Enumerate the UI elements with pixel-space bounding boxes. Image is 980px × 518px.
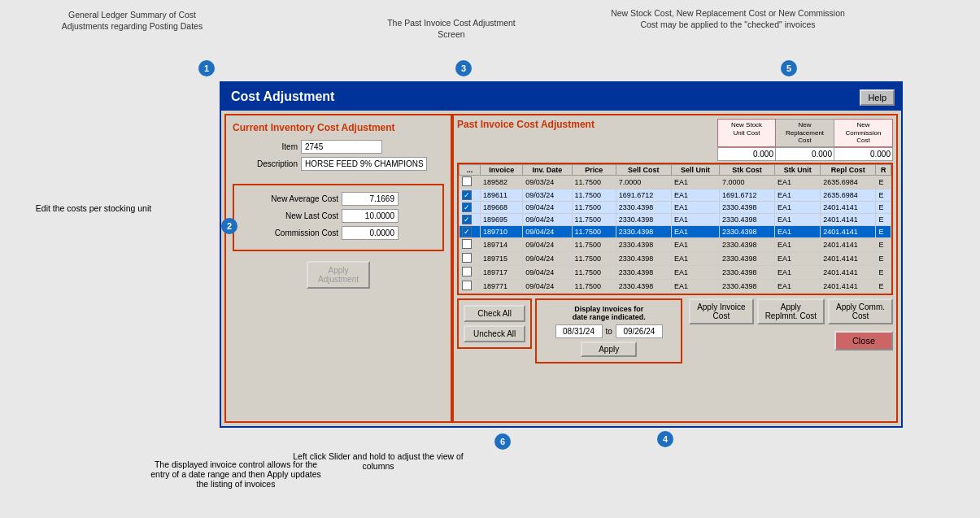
main-window: Cost Adjustment Help Current Inventory C… bbox=[220, 81, 903, 428]
new-repl-input[interactable] bbox=[776, 147, 834, 161]
bubble-3: 3 bbox=[455, 60, 472, 76]
annotation-1: General Ledger Summary of Cost Adjustmen… bbox=[61, 10, 203, 32]
date-from-input[interactable] bbox=[555, 324, 603, 338]
table-row[interactable]: 18971509/04/2411.75002330.4398EA12330.43… bbox=[460, 251, 891, 265]
annotation-6: The displayed invoice control allows for… bbox=[146, 459, 325, 489]
apply-date-button[interactable]: Apply bbox=[581, 342, 637, 357]
help-button[interactable]: Help bbox=[860, 89, 895, 106]
item-label: Item bbox=[233, 142, 298, 151]
row-checkbox[interactable]: ✓ bbox=[462, 190, 472, 200]
col-sell-cost: Sell Cost bbox=[616, 164, 671, 175]
col-stk-cost: Stk Cost bbox=[719, 164, 774, 175]
annotation-5: New Stock Cost, New Replacement Cost or … bbox=[610, 8, 846, 30]
row-checkbox[interactable]: ✓ bbox=[462, 215, 472, 224]
uncheck-all-button[interactable]: Uncheck All bbox=[464, 325, 525, 342]
apply-replmnt-cost-button[interactable]: ApplyReplmnt. Cost bbox=[757, 298, 825, 324]
date-range-title: Display Invoices fordate range indicated… bbox=[542, 305, 676, 321]
check-all-button[interactable]: Check All bbox=[464, 305, 525, 322]
apply-invoice-cost-button[interactable]: Apply InvoiceCost bbox=[689, 298, 753, 324]
apply-adjustment-button[interactable]: ApplyAdjustment bbox=[307, 261, 370, 289]
table-row[interactable]: 18977109/04/2411.75002330.4398EA12330.43… bbox=[460, 279, 891, 293]
row-checkbox[interactable]: ✓ bbox=[462, 202, 472, 212]
action-buttons-group: Apply InvoiceCost ApplyReplmnt. Cost App… bbox=[689, 298, 893, 350]
desc-label: Description bbox=[233, 159, 298, 168]
new-comm-input[interactable] bbox=[834, 147, 893, 161]
row-checkbox[interactable] bbox=[462, 267, 472, 276]
new-comm-header: NewCommissionCost bbox=[834, 119, 893, 147]
right-panel: Past Invoice Cost Adjustment New StockUn… bbox=[452, 114, 898, 423]
date-to-label: to bbox=[606, 327, 612, 336]
col-repl-cost: Repl Cost bbox=[821, 164, 876, 175]
bubble-5: 5 bbox=[781, 60, 797, 76]
item-input[interactable] bbox=[301, 140, 382, 154]
date-range-box: Display Invoices fordate range indicated… bbox=[535, 298, 682, 363]
last-cost-row: New Last Cost bbox=[241, 209, 436, 223]
left-panel: Current Inventory Cost Adjustment Item D… bbox=[224, 114, 452, 423]
last-cost-input[interactable] bbox=[342, 209, 399, 223]
row-checkbox[interactable] bbox=[462, 281, 472, 290]
bubble-4: 4 bbox=[657, 431, 673, 447]
desc-input[interactable] bbox=[301, 157, 427, 171]
annotation-2: Edit the costs per stocking unit bbox=[16, 203, 171, 213]
invoice-table: ... Invoice Inv. Date Price Sell Cost Se… bbox=[459, 164, 891, 294]
avg-cost-label: New Average Cost bbox=[241, 194, 338, 203]
row-checkbox[interactable]: ✓ bbox=[462, 227, 472, 237]
date-range-inputs: to bbox=[542, 324, 676, 338]
bubble-2: 2 bbox=[221, 218, 237, 234]
apply-comm-cost-button[interactable]: Apply Comm.Cost bbox=[828, 298, 893, 324]
row-checkbox[interactable] bbox=[462, 239, 472, 249]
right-panel-title: Past Invoice Cost Adjustment bbox=[457, 119, 595, 130]
col-invoice: Invoice bbox=[481, 164, 523, 175]
annotation-3: The Past Invoice Cost Adjustment Screen bbox=[382, 18, 520, 40]
item-row: Item bbox=[233, 140, 444, 154]
check-uncheck-group: Check All Uncheck All bbox=[457, 298, 532, 349]
date-to-input[interactable] bbox=[616, 324, 663, 338]
col-date: Inv. Date bbox=[523, 164, 572, 175]
bottom-section: Check All Uncheck All Display Invoices f… bbox=[457, 298, 893, 363]
bubble-6: 6 bbox=[494, 433, 511, 450]
comm-cost-row: Commission Cost bbox=[241, 226, 436, 240]
last-cost-label: New Last Cost bbox=[241, 211, 338, 220]
col-check: ... bbox=[460, 164, 481, 175]
cost-box: New Average Cost New Last Cost Commissio… bbox=[233, 184, 444, 251]
table-row[interactable]: ✓18966809/04/2411.75002330.4398EA12330.4… bbox=[460, 201, 891, 213]
new-stock-input[interactable] bbox=[717, 147, 776, 161]
col-stk-unit: Stk Unit bbox=[775, 164, 821, 175]
col-sell-unit: Sell Unit bbox=[671, 164, 719, 175]
new-stock-header: New StockUnit Cost bbox=[717, 119, 776, 147]
comm-cost-label: Commission Cost bbox=[241, 229, 338, 237]
close-button[interactable]: Close bbox=[834, 331, 893, 350]
comm-cost-input[interactable] bbox=[342, 226, 399, 240]
row-checkbox[interactable] bbox=[462, 176, 472, 186]
invoice-table-wrapper: ... Invoice Inv. Date Price Sell Cost Se… bbox=[457, 163, 893, 295]
window-title: Cost Adjustment bbox=[221, 83, 901, 111]
table-row[interactable]: ✓18971009/04/2411.75002330.4398EA12330.4… bbox=[460, 225, 891, 237]
table-row[interactable]: ✓18961109/03/2411.75001691.6712EA11691.6… bbox=[460, 189, 891, 201]
left-panel-title: Current Inventory Cost Adjustment bbox=[233, 122, 444, 133]
table-row[interactable]: 18971409/04/2411.75002330.4398EA12330.43… bbox=[460, 237, 891, 251]
table-row[interactable]: 18971709/04/2411.75002330.4398EA12330.43… bbox=[460, 265, 891, 279]
bubble-1: 1 bbox=[198, 60, 215, 76]
desc-row: Description bbox=[233, 157, 444, 171]
col-price: Price bbox=[572, 164, 616, 175]
new-repl-header: NewReplacementCost bbox=[776, 119, 834, 147]
avg-cost-input[interactable] bbox=[342, 192, 399, 206]
avg-cost-row: New Average Cost bbox=[241, 192, 436, 206]
table-row[interactable]: 18958209/03/2411.75007.0000EA17.0000EA12… bbox=[460, 175, 891, 189]
col-r: R bbox=[876, 164, 891, 175]
table-row[interactable]: ✓18969509/04/2411.75002330.4398EA12330.4… bbox=[460, 213, 891, 225]
row-checkbox[interactable] bbox=[462, 253, 472, 263]
